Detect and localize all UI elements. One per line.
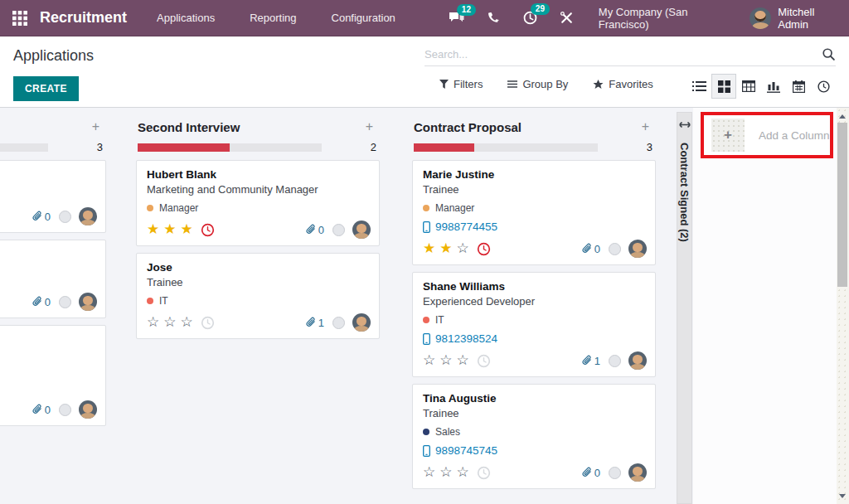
- kanban-state-circle[interactable]: [609, 355, 621, 367]
- collapsed-column-contract-signed[interactable]: Contract Signed (2): [677, 112, 692, 504]
- activity-clock-icon[interactable]: [201, 316, 215, 330]
- tag-label: Manager: [435, 202, 474, 214]
- kanban-view-button[interactable]: [711, 74, 736, 99]
- activity-overdue-clock-icon[interactable]: [477, 242, 491, 256]
- phone-icon[interactable]: [487, 11, 501, 25]
- create-button[interactable]: CREATE: [13, 76, 79, 101]
- funnel-icon: [439, 80, 449, 89]
- priority-stars[interactable]: ★★☆: [423, 241, 473, 256]
- applicant-name: Shane Williams: [423, 280, 647, 293]
- column-progressbar[interactable]: [414, 143, 598, 152]
- attachment-count: 0: [31, 404, 51, 416]
- assignee-avatar: [628, 351, 647, 370]
- menu-applications[interactable]: Applications: [153, 7, 218, 29]
- paperclip-icon: [580, 243, 592, 254]
- priority-stars[interactable]: ☆☆☆: [147, 315, 197, 330]
- list-view-button[interactable]: [686, 74, 711, 99]
- vertical-scrollbar[interactable]: [837, 108, 849, 504]
- calendar-view-button[interactable]: [786, 74, 811, 99]
- kanban-card-tina-augustie[interactable]: Tina Augustie Trainee Sales 9898745745 ☆…: [412, 384, 656, 489]
- priority-stars[interactable]: ★★★: [147, 222, 197, 237]
- pivot-view-button[interactable]: [736, 74, 761, 99]
- kanban-card[interactable]: 0: [0, 160, 106, 233]
- attachment-count: 1: [580, 355, 600, 367]
- kanban-state-circle[interactable]: [609, 467, 621, 479]
- tag-label: Sales: [435, 426, 460, 438]
- assignee-avatar: [79, 400, 97, 419]
- add-column-label[interactable]: Add a Column: [759, 129, 830, 142]
- tag: Sales: [423, 426, 647, 438]
- app-title[interactable]: Recruitment: [40, 9, 127, 27]
- kanban-card[interactable]: 0: [0, 240, 106, 318]
- paperclip-icon: [304, 224, 316, 235]
- favorites-button[interactable]: Favorites: [593, 78, 653, 90]
- filters-button[interactable]: Filters: [439, 78, 483, 90]
- column-progressbar[interactable]: [0, 143, 48, 152]
- menu-reporting[interactable]: Reporting: [246, 7, 299, 29]
- kanban-card-marie-justine[interactable]: Marie Justine Trainee Manager 9988774455…: [412, 160, 656, 265]
- mobile-number[interactable]: 9812398524: [423, 332, 647, 345]
- annotation-highlight-box: + Add a Column: [701, 112, 833, 158]
- attachment-count: 0: [304, 224, 324, 236]
- user-name: Mitchell Admin: [778, 6, 837, 31]
- top-navbar: Recruitment Applications Reporting Confi…: [0, 0, 849, 36]
- activity-clock-icon[interactable]: [477, 354, 491, 368]
- job-position: Trainee: [147, 276, 371, 288]
- search-input[interactable]: [424, 48, 822, 61]
- mobile-phone-icon: [423, 221, 430, 233]
- kanban-card-hubert-blank[interactable]: Hubert Blank Marketing and Community Man…: [136, 160, 380, 246]
- paperclip-icon: [580, 467, 592, 478]
- kanban-state-circle[interactable]: [59, 296, 71, 308]
- kanban-card[interactable]: 0: [0, 325, 106, 426]
- unfold-arrows-icon[interactable]: [679, 121, 690, 128]
- priority-stars[interactable]: ☆☆☆: [423, 353, 473, 368]
- quick-add-icon[interactable]: +: [362, 119, 376, 134]
- add-column-plus-icon[interactable]: +: [711, 119, 745, 152]
- search-icon[interactable]: [822, 47, 836, 61]
- kanban-card-shane-williams[interactable]: Shane Williams Experienced Developer IT …: [412, 272, 656, 377]
- kanban-state-circle[interactable]: [332, 317, 345, 329]
- scroll-up-arrow-icon[interactable]: [839, 114, 846, 119]
- filters-label: Filters: [454, 78, 483, 90]
- tag-dot: [423, 205, 429, 211]
- user-avatar: [750, 7, 771, 29]
- company-switcher[interactable]: My Company (San Francisco): [599, 6, 726, 31]
- tools-icon[interactable]: [560, 11, 574, 25]
- apps-grid-icon[interactable]: [12, 10, 28, 27]
- quick-add-icon[interactable]: +: [638, 119, 653, 134]
- kanban-state-circle[interactable]: [332, 224, 345, 236]
- control-panel: Applications CREATE Filters Group By: [0, 36, 849, 108]
- applicant-name: Hubert Blank: [147, 168, 371, 181]
- applicant-name: Tina Augustie: [423, 392, 647, 405]
- graph-view-button[interactable]: [761, 74, 786, 99]
- column-title: Second Interview: [138, 120, 362, 134]
- user-menu[interactable]: Mitchell Admin: [750, 6, 837, 31]
- attachment-count: 0: [31, 296, 51, 308]
- activities-icon[interactable]: 29: [522, 10, 538, 26]
- scrollbar-thumb[interactable]: [837, 123, 847, 287]
- kanban-state-circle[interactable]: [59, 404, 71, 416]
- activity-view-button[interactable]: [811, 74, 836, 99]
- assignee-avatar: [628, 463, 647, 482]
- search-bar[interactable]: [424, 43, 836, 66]
- activity-overdue-clock-icon[interactable]: [201, 223, 215, 237]
- tag-dot: [423, 429, 429, 435]
- mobile-number[interactable]: 9898745745: [423, 444, 647, 457]
- kanban-state-circle[interactable]: [59, 211, 71, 223]
- kanban-state-circle[interactable]: [609, 243, 621, 255]
- mobile-number[interactable]: 9988774455: [423, 220, 647, 233]
- quick-add-icon[interactable]: +: [89, 119, 103, 134]
- favorites-star-icon: [593, 80, 604, 90]
- activity-clock-icon[interactable]: [477, 466, 491, 480]
- scroll-down-arrow-icon[interactable]: [839, 494, 846, 498]
- paperclip-icon: [31, 211, 42, 222]
- group-by-button[interactable]: Group By: [507, 78, 568, 90]
- assignee-avatar: [79, 293, 97, 311]
- messages-icon[interactable]: 12: [449, 11, 465, 26]
- tag-label: Manager: [159, 202, 198, 214]
- column-progressbar[interactable]: [138, 143, 322, 152]
- menu-configuration[interactable]: Configuration: [328, 7, 399, 29]
- priority-stars[interactable]: ☆☆☆: [423, 465, 473, 480]
- kanban-card-jose[interactable]: Jose Trainee IT ☆☆☆ 1: [136, 253, 380, 339]
- kanban-column-second-interview: Second Interview + 2 Hubert Blank Market…: [133, 108, 383, 504]
